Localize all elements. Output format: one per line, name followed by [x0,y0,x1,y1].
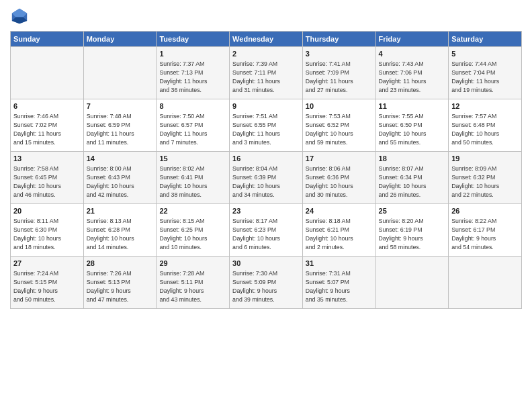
calendar-cell: 10Sunrise: 7:53 AM Sunset: 6:52 PM Dayli… [302,99,375,152]
col-header-monday: Monday [83,32,157,47]
day-number: 3 [306,49,373,59]
day-number: 14 [87,154,154,164]
day-content: Sunrise: 7:53 AM Sunset: 6:52 PM Dayligh… [306,112,373,146]
col-header-sunday: Sunday [11,32,84,47]
day-number: 26 [451,206,519,216]
calendar-cell: 26Sunrise: 8:22 AM Sunset: 6:17 PM Dayli… [449,204,522,257]
calendar-cell: 3Sunrise: 7:41 AM Sunset: 7:09 PM Daylig… [302,47,375,99]
day-content: Sunrise: 8:22 AM Sunset: 6:17 PM Dayligh… [451,217,519,251]
calendar-cell: 12Sunrise: 7:57 AM Sunset: 6:48 PM Dayli… [449,99,522,152]
logo-icon [10,7,29,26]
calendar-cell: 31Sunrise: 7:31 AM Sunset: 5:07 PM Dayli… [302,257,375,309]
day-number: 1 [159,49,226,59]
day-content: Sunrise: 8:07 AM Sunset: 6:34 PM Dayligh… [379,165,446,199]
day-content: Sunrise: 8:18 AM Sunset: 6:21 PM Dayligh… [306,217,373,251]
day-content: Sunrise: 7:26 AM Sunset: 5:13 PM Dayligh… [87,269,154,304]
day-content: Sunrise: 7:51 AM Sunset: 6:55 PM Dayligh… [232,112,300,146]
calendar-cell: 17Sunrise: 8:06 AM Sunset: 6:36 PM Dayli… [302,152,375,204]
calendar-cell: 19Sunrise: 8:09 AM Sunset: 6:32 PM Dayli… [449,152,522,204]
calendar-cell: 1Sunrise: 7:37 AM Sunset: 7:13 PM Daylig… [157,47,230,99]
calendar-cell [83,47,157,99]
col-header-friday: Friday [375,32,449,47]
calendar-cell: 2Sunrise: 7:39 AM Sunset: 7:11 PM Daylig… [230,47,303,99]
week-row-4: 20Sunrise: 8:11 AM Sunset: 6:30 PM Dayli… [11,204,522,257]
calendar-cell: 8Sunrise: 7:50 AM Sunset: 6:57 PM Daylig… [157,99,230,152]
day-number: 5 [451,49,519,59]
week-row-2: 6Sunrise: 7:46 AM Sunset: 7:02 PM Daylig… [11,99,522,152]
day-content: Sunrise: 7:28 AM Sunset: 5:11 PM Dayligh… [159,269,226,304]
day-number: 18 [379,154,446,164]
day-number: 9 [232,101,300,111]
calendar-cell: 13Sunrise: 7:58 AM Sunset: 6:45 PM Dayli… [11,152,84,204]
day-number: 30 [232,259,300,269]
col-header-wednesday: Wednesday [230,32,303,47]
day-content: Sunrise: 8:11 AM Sunset: 6:30 PM Dayligh… [13,217,81,251]
day-content: Sunrise: 7:48 AM Sunset: 6:59 PM Dayligh… [87,112,154,146]
col-header-tuesday: Tuesday [157,32,230,47]
calendar-cell: 20Sunrise: 8:11 AM Sunset: 6:30 PM Dayli… [11,204,84,257]
calendar-cell: 9Sunrise: 7:51 AM Sunset: 6:55 PM Daylig… [230,99,303,152]
calendar-cell: 30Sunrise: 7:30 AM Sunset: 5:09 PM Dayli… [230,257,303,309]
day-content: Sunrise: 7:37 AM Sunset: 7:13 PM Dayligh… [159,60,226,94]
day-content: Sunrise: 8:20 AM Sunset: 6:19 PM Dayligh… [379,217,446,251]
day-content: Sunrise: 7:31 AM Sunset: 5:07 PM Dayligh… [306,269,373,304]
calendar-cell [375,257,449,309]
calendar-cell [11,47,84,99]
calendar-cell: 6Sunrise: 7:46 AM Sunset: 7:02 PM Daylig… [11,99,84,152]
day-number: 10 [306,101,373,111]
day-content: Sunrise: 7:46 AM Sunset: 7:02 PM Dayligh… [13,112,81,146]
header-row: SundayMondayTuesdayWednesdayThursdayFrid… [11,32,522,47]
week-row-5: 27Sunrise: 7:24 AM Sunset: 5:15 PM Dayli… [11,257,522,309]
logo [10,7,32,26]
day-number: 12 [451,101,519,111]
day-number: 8 [159,101,226,111]
day-number: 21 [87,206,154,216]
week-row-3: 13Sunrise: 7:58 AM Sunset: 6:45 PM Dayli… [11,152,522,204]
page: SundayMondayTuesdayWednesdayThursdayFrid… [0,0,532,411]
day-content: Sunrise: 8:13 AM Sunset: 6:28 PM Dayligh… [87,217,154,251]
calendar-cell: 14Sunrise: 8:00 AM Sunset: 6:43 PM Dayli… [83,152,157,204]
day-content: Sunrise: 7:30 AM Sunset: 5:09 PM Dayligh… [232,269,300,304]
calendar-cell: 25Sunrise: 8:20 AM Sunset: 6:19 PM Dayli… [375,204,449,257]
calendar-cell: 4Sunrise: 7:43 AM Sunset: 7:06 PM Daylig… [375,47,449,99]
day-number: 19 [451,154,519,164]
day-content: Sunrise: 8:15 AM Sunset: 6:25 PM Dayligh… [159,217,226,251]
day-number: 13 [13,154,81,164]
day-content: Sunrise: 8:02 AM Sunset: 6:41 PM Dayligh… [159,165,226,199]
day-content: Sunrise: 7:57 AM Sunset: 6:48 PM Dayligh… [451,112,519,146]
calendar-cell: 7Sunrise: 7:48 AM Sunset: 6:59 PM Daylig… [83,99,157,152]
day-number: 25 [379,206,446,216]
calendar-cell: 24Sunrise: 8:18 AM Sunset: 6:21 PM Dayli… [302,204,375,257]
day-content: Sunrise: 7:39 AM Sunset: 7:11 PM Dayligh… [232,60,300,94]
day-content: Sunrise: 7:43 AM Sunset: 7:06 PM Dayligh… [379,60,446,94]
calendar-cell: 27Sunrise: 7:24 AM Sunset: 5:15 PM Dayli… [11,257,84,309]
calendar-cell: 23Sunrise: 8:17 AM Sunset: 6:23 PM Dayli… [230,204,303,257]
calendar-cell: 28Sunrise: 7:26 AM Sunset: 5:13 PM Dayli… [83,257,157,309]
calendar-table: SundayMondayTuesdayWednesdayThursdayFrid… [10,31,522,309]
day-number: 2 [232,49,300,59]
day-number: 17 [306,154,373,164]
calendar-cell: 29Sunrise: 7:28 AM Sunset: 5:11 PM Dayli… [157,257,230,309]
calendar-cell: 15Sunrise: 8:02 AM Sunset: 6:41 PM Dayli… [157,152,230,204]
header [10,7,522,26]
day-number: 20 [13,206,81,216]
calendar-cell: 21Sunrise: 8:13 AM Sunset: 6:28 PM Dayli… [83,204,157,257]
calendar-cell: 18Sunrise: 8:07 AM Sunset: 6:34 PM Dayli… [375,152,449,204]
day-number: 23 [232,206,300,216]
col-header-saturday: Saturday [449,32,522,47]
day-number: 29 [159,259,226,269]
day-number: 28 [87,259,154,269]
calendar-cell: 11Sunrise: 7:55 AM Sunset: 6:50 PM Dayli… [375,99,449,152]
col-header-thursday: Thursday [302,32,375,47]
day-number: 7 [87,101,154,111]
day-content: Sunrise: 7:24 AM Sunset: 5:15 PM Dayligh… [13,269,81,304]
day-number: 24 [306,206,373,216]
day-content: Sunrise: 7:55 AM Sunset: 6:50 PM Dayligh… [379,112,446,146]
calendar-cell: 22Sunrise: 8:15 AM Sunset: 6:25 PM Dayli… [157,204,230,257]
day-number: 27 [13,259,81,269]
day-content: Sunrise: 7:41 AM Sunset: 7:09 PM Dayligh… [306,60,373,94]
day-number: 15 [159,154,226,164]
calendar-cell: 5Sunrise: 7:44 AM Sunset: 7:04 PM Daylig… [449,47,522,99]
day-content: Sunrise: 8:04 AM Sunset: 6:39 PM Dayligh… [232,165,300,199]
day-content: Sunrise: 8:00 AM Sunset: 6:43 PM Dayligh… [87,165,154,199]
